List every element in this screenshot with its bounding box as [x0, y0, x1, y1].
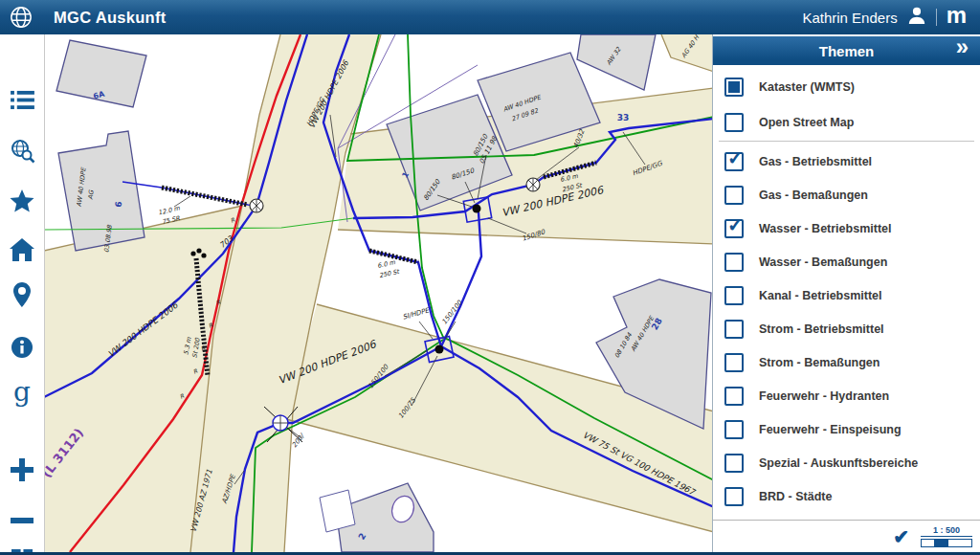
info-icon[interactable]: [0, 336, 44, 359]
layer-checkbox[interactable]: [724, 387, 744, 406]
app-window: MGC Auskunft Kathrin Enders m: [0, 0, 980, 555]
user-menu[interactable]: Kathrin Enders m: [802, 6, 980, 29]
layer-row[interactable]: Spezial - Auskunftsbereiche: [713, 446, 980, 479]
layer-checkbox[interactable]: [724, 454, 744, 473]
layer-checkbox[interactable]: [724, 320, 744, 339]
google-g-icon[interactable]: g: [0, 379, 44, 406]
map-roads: [45, 34, 713, 552]
layer-row[interactable]: BRD - Postleitzahlengebiete: [713, 513, 980, 520]
scale-widget[interactable]: 1 : 500: [921, 525, 972, 547]
layer-label[interactable]: Feuerwehr - Einspeisung: [759, 423, 902, 436]
scale-value: 1 : 500: [921, 525, 972, 537]
layer-checkbox[interactable]: [724, 420, 744, 439]
map-label: 200/: [290, 432, 306, 450]
zoom-in-icon[interactable]: [0, 458, 44, 481]
apply-scale-check-icon[interactable]: ✔: [893, 525, 909, 548]
home-icon[interactable]: [0, 238, 44, 261]
layer-label[interactable]: Strom - Bemaßungen: [759, 356, 880, 369]
layer-checkbox[interactable]: [724, 487, 744, 506]
layer-checkbox[interactable]: [724, 78, 744, 97]
zoom-out-icon[interactable]: [0, 518, 44, 523]
layer-checkbox[interactable]: [724, 186, 744, 205]
tool-sidebar: g: [0, 34, 45, 552]
user-name: Kathrin Enders: [802, 10, 897, 26]
map-label: 250 St: [378, 268, 401, 280]
layer-label[interactable]: BRD - Städte: [759, 490, 832, 503]
layer-label[interactable]: Feuerwehr - Hydranten: [759, 389, 889, 403]
topbar-separator: [936, 9, 937, 26]
layer-label[interactable]: Gas - Bemaßungen: [759, 189, 868, 202]
layer-row[interactable]: Feuerwehr - Hydranten: [713, 379, 980, 412]
globe-icon: [10, 6, 33, 29]
layer-row[interactable]: Feuerwehr - Einspeisung: [713, 412, 980, 446]
app-title: MGC Auskunft: [54, 9, 167, 27]
star-icon[interactable]: [0, 189, 44, 213]
panel-statusbar: ✔ 1 : 500: [713, 520, 980, 552]
layer-label[interactable]: Kanal - Betriebsmittel: [759, 289, 882, 302]
map-canvas[interactable]: VW 200 HDPE 2006HDPE/GGVW 200 HDPE 20066…: [45, 34, 713, 552]
layer-list-icon[interactable]: [0, 90, 44, 110]
layer-row[interactable]: Gas - Betriebsmittel: [713, 144, 980, 178]
top-bar: MGC Auskunft Kathrin Enders m: [0, 0, 980, 34]
layer-checkbox[interactable]: [724, 286, 744, 305]
layer-row[interactable]: Gas - Bemaßungen: [713, 178, 980, 211]
layer-row[interactable]: Strom - Bemaßungen: [713, 345, 980, 379]
user-icon: [907, 6, 926, 29]
layer-label[interactable]: Strom - Betriebsmittel: [759, 322, 884, 336]
layer-checkbox[interactable]: [724, 253, 744, 272]
layer-label[interactable]: Wasser - Bemaßungen: [759, 255, 887, 269]
layer-row[interactable]: Kataster (WMTS): [713, 69, 980, 104]
layer-checkbox[interactable]: [724, 353, 744, 372]
collapse-panel-chevron-icon[interactable]: »: [956, 33, 969, 60]
layer-checkbox[interactable]: [724, 113, 744, 132]
panel-title: Themen: [819, 43, 875, 59]
map-label: SI/HDPE: [402, 306, 432, 321]
panel-header: Themen »: [713, 36, 980, 65]
layer-row[interactable]: Wasser - Bemaßungen: [713, 245, 980, 278]
layer-row[interactable]: Kanal - Betriebsmittel: [713, 278, 980, 312]
map-label: 6: [114, 201, 124, 208]
layer-row[interactable]: BRD - Städte: [713, 479, 980, 513]
map-label: 33: [617, 113, 630, 122]
layer-label[interactable]: Wasser - Betriebsmittel: [759, 222, 891, 235]
location-pin-icon[interactable]: [0, 282, 44, 307]
layer-row[interactable]: Open Street Map: [713, 104, 980, 140]
list-divider: [719, 141, 974, 142]
layer-row[interactable]: Strom - Betriebsmittel: [713, 312, 980, 345]
brand-logo: m: [947, 4, 967, 27]
layer-checkbox[interactable]: [724, 152, 744, 171]
layer-row[interactable]: Wasser - Betriebsmittel: [713, 211, 980, 245]
layer-label[interactable]: Kataster (WMTS): [759, 80, 855, 94]
layer-label[interactable]: Gas - Betriebsmittel: [759, 155, 872, 168]
globe-search-icon[interactable]: [0, 138, 44, 164]
layer-checkbox[interactable]: [724, 219, 744, 238]
layer-list: Kataster (WMTS)Open Street MapGas - Betr…: [713, 69, 980, 520]
layer-label[interactable]: Open Street Map: [759, 116, 854, 129]
themes-panel: Themen » Kataster (WMTS)Open Street MapG…: [712, 34, 980, 552]
scale-bar: [921, 539, 972, 547]
layer-label[interactable]: Spezial - Auskunftsbereiche: [759, 456, 918, 470]
map-container: VW 200 HDPE 2006HDPE/GGVW 200 HDPE 20066…: [45, 34, 713, 552]
